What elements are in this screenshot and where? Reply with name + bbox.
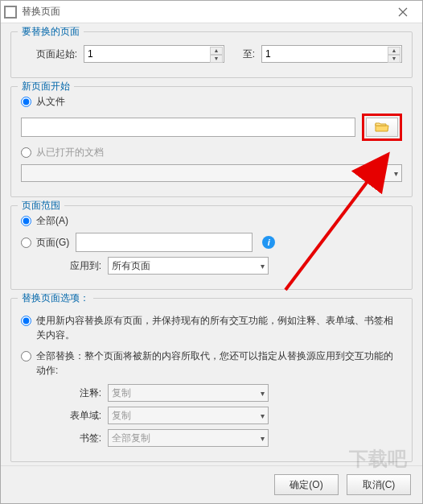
pages-radio-input[interactable] — [21, 238, 31, 248]
spinner-up[interactable]: ▲ — [210, 47, 223, 55]
from-page-input[interactable] — [88, 48, 220, 60]
pages-label: 页面(G) — [36, 236, 69, 250]
replace-all-radio[interactable]: 全部替换：整个页面将被新的内容所取代，您还可以指定从替换源应用到交互功能的动作: — [21, 349, 402, 378]
bookmarks-label: 书签: — [21, 432, 101, 445]
page-range-group: 页面范围 全部(A) 页面(G) i 应用到: 所有页面 ▾ — [10, 205, 413, 290]
close-button[interactable] — [387, 1, 419, 23]
titlebar: 替换页面 — [1, 1, 422, 23]
app-icon — [4, 6, 17, 19]
pages-to-replace-group: 要替换的页面 页面起始: ▲ ▼ 至: ▲ ▼ — [10, 31, 413, 78]
new-page-start-group: 新页面开始 从文件 从已打开的文档 — [10, 86, 413, 197]
annotations-label: 注释: — [21, 386, 101, 400]
from-page-spinner[interactable]: ▲ ▼ — [84, 45, 224, 63]
pages-input[interactable] — [76, 233, 253, 252]
chevron-down-icon: ▾ — [261, 434, 265, 443]
bookmarks-value: 全部复制 — [112, 432, 150, 445]
chevron-down-icon: ▾ — [261, 411, 265, 420]
from-open-doc-radio-input[interactable] — [21, 147, 31, 158]
dialog-content: 要替换的页面 页面起始: ▲ ▼ 至: ▲ ▼ — [1, 23, 422, 465]
apply-to-label: 应用到: — [21, 259, 101, 273]
browse-button[interactable] — [366, 118, 398, 137]
group-label: 替换页面选项： — [18, 291, 93, 305]
annotations-value: 复制 — [112, 386, 131, 400]
close-icon — [398, 7, 408, 17]
all-pages-label: 全部(A) — [36, 214, 68, 228]
file-path-input[interactable] — [21, 118, 355, 137]
to-page-label: 至: — [231, 48, 255, 61]
spinner-down[interactable]: ▼ — [388, 55, 400, 63]
from-page-label: 页面起始: — [21, 48, 77, 61]
from-file-radio-input[interactable] — [21, 97, 31, 107]
to-page-spinner[interactable]: ▲ ▼ — [261, 45, 402, 63]
keep-interactive-text: 使用新内容替换原有页面，并保持现有的所有交互功能，例如注释、表单域、书签相关内容… — [36, 313, 402, 342]
spinner-down[interactable]: ▼ — [210, 55, 223, 63]
pages-radio[interactable]: 页面(G) — [21, 236, 69, 250]
ok-button[interactable]: 确定(O) — [274, 474, 339, 495]
from-file-radio[interactable]: 从文件 — [21, 95, 402, 109]
from-file-label: 从文件 — [36, 95, 65, 109]
dialog-footer: 确定(O) 取消(C) — [1, 465, 422, 503]
keep-interactive-radio[interactable]: 使用新内容替换原有页面，并保持现有的所有交互功能，例如注释、表单域、书签相关内容… — [21, 313, 402, 342]
annotations-select[interactable]: 复制 ▾ — [108, 384, 269, 402]
from-open-doc-radio[interactable]: 从已打开的文档 — [21, 146, 402, 159]
spinner-up[interactable]: ▲ — [388, 47, 400, 55]
all-pages-radio[interactable]: 全部(A) — [21, 214, 402, 228]
replace-all-radio-input[interactable] — [21, 351, 31, 361]
from-open-doc-label: 从已打开的文档 — [36, 146, 104, 159]
chevron-down-icon: ▾ — [261, 262, 265, 271]
form-fields-label: 表单域: — [21, 409, 101, 423]
form-fields-select[interactable]: 复制 ▾ — [108, 407, 269, 424]
apply-to-value: 所有页面 — [112, 259, 150, 273]
to-page-input[interactable] — [265, 48, 398, 60]
browse-highlight — [362, 114, 402, 141]
dialog-window: 替换页面 要替换的页面 页面起始: ▲ ▼ 至: — [0, 0, 423, 504]
form-fields-value: 复制 — [112, 409, 131, 423]
replace-all-text: 全部替换：整个页面将被新的内容所取代，您还可以指定从替换源应用到交互功能的动作: — [36, 349, 402, 378]
all-pages-radio-input[interactable] — [21, 216, 31, 226]
chevron-down-icon: ▾ — [394, 169, 398, 178]
open-doc-select[interactable]: ▾ — [21, 164, 402, 182]
group-label: 要替换的页面 — [18, 25, 84, 39]
folder-icon — [375, 122, 389, 133]
bookmarks-select[interactable]: 全部复制 ▾ — [108, 429, 269, 447]
chevron-down-icon: ▾ — [261, 389, 265, 398]
info-icon[interactable]: i — [262, 236, 275, 249]
keep-interactive-radio-input[interactable] — [21, 316, 31, 326]
group-label: 新页面开始 — [18, 80, 74, 93]
window-title: 替换页面 — [22, 5, 387, 19]
apply-to-select[interactable]: 所有页面 ▾ — [108, 257, 269, 275]
group-label: 页面范围 — [18, 199, 64, 213]
replace-options-group: 替换页面选项： 使用新内容替换原有页面，并保持现有的所有交互功能，例如注释、表单… — [10, 298, 413, 462]
cancel-button[interactable]: 取消(C) — [347, 474, 411, 495]
